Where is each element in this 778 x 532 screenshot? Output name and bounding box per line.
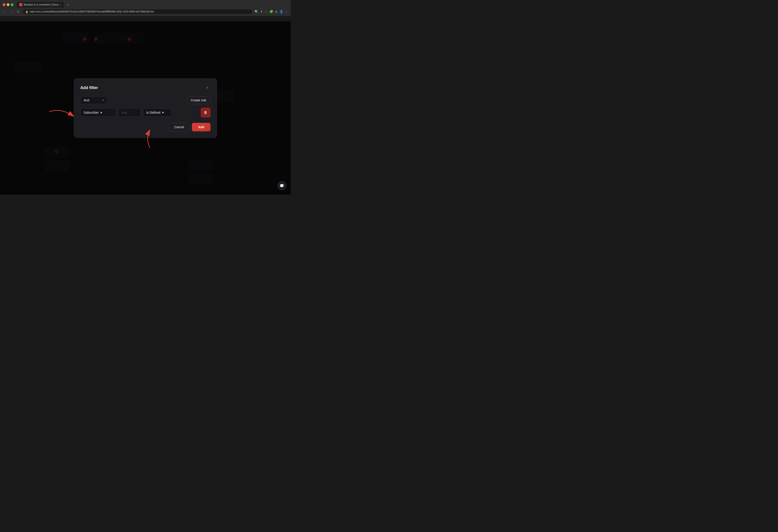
- forward-button[interactable]: →: [9, 9, 14, 14]
- delete-button[interactable]: 🗑: [201, 107, 211, 118]
- traffic-lights: [3, 3, 13, 6]
- subscriber-chevron-icon: ▾: [100, 111, 102, 114]
- tab-favicon: [19, 3, 22, 6]
- is-defined-chevron-icon: ▾: [162, 111, 164, 114]
- is-defined-dropdown[interactable]: Is Defined ▾: [143, 108, 172, 117]
- maximize-button[interactable]: [11, 3, 13, 6]
- back-button[interactable]: ←: [3, 9, 8, 14]
- modal-header: Add filter ×: [80, 85, 211, 91]
- url-text: web.novu.co/workflows/edit/64927dc03c22f…: [30, 10, 154, 13]
- add-button[interactable]: Add: [192, 123, 211, 131]
- active-tab[interactable]: Mention in a comment | Novu ×: [16, 2, 64, 8]
- page-background: Add filter × And ▾ Create rule Subscribe…: [0, 21, 291, 195]
- subscriber-dropdown[interactable]: Subscriber ▾: [80, 108, 116, 117]
- address-bar-row: ← → ↻ 🔒 web.novu.co/workflows/edit/64927…: [0, 8, 291, 16]
- is-defined-label: Is Defined: [146, 111, 160, 114]
- refresh-button[interactable]: ↻: [16, 9, 20, 14]
- tabs-chevron-icon[interactable]: ›: [284, 2, 288, 7]
- modal-container: Add filter × And ▾ Create rule Subscribe…: [74, 78, 217, 138]
- operator-chevron-icon: ▾: [102, 99, 104, 102]
- chat-bubble[interactable]: 💬: [278, 181, 286, 190]
- operator-dropdown[interactable]: And ▾: [80, 96, 107, 104]
- zoom-icon[interactable]: 🔍: [254, 10, 258, 13]
- subscriber-label: Subscriber: [84, 111, 99, 114]
- profile-icon[interactable]: 👤: [280, 10, 283, 13]
- address-bar[interactable]: 🔒 web.novu.co/workflows/edit/64927dc03c2…: [22, 9, 253, 14]
- modal-footer: Cancel Add: [80, 123, 211, 131]
- tab-bar: Mention in a comment | Novu × + ›: [0, 0, 291, 8]
- lock-icon: 🔒: [25, 10, 28, 13]
- new-tab-button[interactable]: +: [65, 2, 70, 8]
- extensions-icon[interactable]: 🧩: [269, 10, 273, 13]
- operator-label: And: [84, 98, 89, 102]
- create-rule-button[interactable]: Create rule: [186, 96, 211, 104]
- tab-title: Mention in a comment | Novu: [24, 3, 59, 6]
- grid-icon[interactable]: ⊞: [275, 10, 278, 13]
- trash-icon: 🗑: [204, 110, 207, 115]
- add-filter-modal: Add filter × And ▾ Create rule Subscribe…: [74, 78, 217, 138]
- arrow-to-subscriber: [47, 105, 78, 119]
- key-input[interactable]: Key: [118, 108, 141, 117]
- close-button[interactable]: [3, 3, 5, 6]
- key-placeholder: Key: [122, 111, 127, 114]
- close-icon[interactable]: ×: [204, 85, 211, 91]
- chat-icon: 💬: [280, 184, 284, 188]
- browser-chrome: Mention in a comment | Novu × + › ← → ↻ …: [0, 0, 291, 16]
- browser-actions: 🔍 ⬆ ☆ 🧩 ⊞ 👤 ⋮: [254, 10, 288, 13]
- menu-icon[interactable]: ⋮: [285, 10, 288, 13]
- filter-condition-row: Subscriber ▾ Key Is Defined ▾ 🗑: [80, 107, 211, 118]
- share-icon[interactable]: ⬆: [260, 10, 263, 13]
- minimize-button[interactable]: [7, 3, 9, 6]
- modal-title: Add filter: [80, 85, 98, 90]
- filter-operator-row: And ▾ Create rule: [80, 96, 211, 104]
- cancel-button[interactable]: Cancel: [169, 123, 190, 131]
- tab-close-icon[interactable]: ×: [60, 3, 61, 6]
- bookmark-icon[interactable]: ☆: [264, 10, 267, 13]
- modal-overlay: Add filter × And ▾ Create rule Subscribe…: [0, 21, 291, 195]
